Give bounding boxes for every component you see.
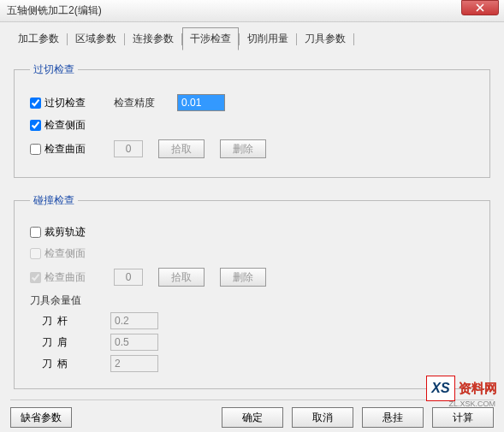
shoulder-label: 刀肩 [42,335,85,350]
trim-path-label: 裁剪轨迹 [44,225,86,240]
tab-region-params[interactable]: 区域参数 [68,27,124,50]
overcut-surface-count [114,140,143,157]
overcut-surface-label: 检查曲面 [44,142,86,157]
watermark-sub: ZL.XSK.COM [448,399,495,408]
collision-check-group: 碰撞检查 裁剪轨迹 检查侧面 检查曲面 拾取 删除 刀具余量值 刀杆 [14,193,490,389]
trim-path-checkbox[interactable]: 裁剪轨迹 [30,225,98,240]
precision-label: 检查精度 [114,96,162,110]
collision-pick-button[interactable]: 拾取 [158,268,205,287]
hang-button[interactable]: 悬挂 [362,407,424,428]
window-title: 五轴侧铣加工2(编辑) [7,3,102,18]
overcut-side-label: 检查侧面 [44,118,86,133]
collision-surface-label: 检查曲面 [44,270,86,285]
precision-input[interactable] [177,94,225,111]
holder-input[interactable] [110,355,158,372]
overcut-delete-button[interactable]: 删除 [220,139,266,158]
collision-surface-count [114,269,143,286]
tab-cutting-params[interactable]: 切削用量 [240,27,296,50]
collision-delete-button[interactable]: 删除 [220,268,266,287]
shank-input[interactable] [110,312,158,329]
collision-side-label: 检查侧面 [44,246,86,261]
collision-legend: 碰撞检查 [30,193,78,208]
tool-margin-heading: 刀具余量值 [30,293,474,308]
dialog-footer: 缺省参数 确定 取消 悬挂 计算 [10,399,494,431]
tab-connect-params[interactable]: 连接参数 [125,27,181,50]
collision-side-checkbox: 检查侧面 [30,246,98,261]
shank-label: 刀杆 [42,314,85,328]
tab-machining-params[interactable]: 加工参数 [10,27,67,50]
ok-button[interactable]: 确定 [222,407,283,428]
overcut-check-group: 过切检查 过切检查 检查精度 检查侧面 检查曲面 拾取 删除 [14,62,490,178]
overcut-side-checkbox[interactable]: 检查侧面 [30,118,98,133]
close-button[interactable] [461,0,499,15]
close-icon [476,3,484,12]
tab-bar: 加工参数 区域参数 连接参数 干涉检查 切削用量 刀具参数 [10,27,494,50]
shoulder-input[interactable] [110,334,158,351]
dialog-content: 加工参数 区域参数 连接参数 干涉检查 切削用量 刀具参数 过切检查 过切检查 … [0,22,504,432]
tab-tool-params[interactable]: 刀具参数 [297,27,353,50]
calc-button[interactable]: 计算 [432,407,494,428]
overcut-surface-checkbox[interactable]: 检查曲面 [30,142,98,157]
title-bar: 五轴侧铣加工2(编辑) [0,0,504,22]
collision-surface-checkbox: 检查曲面 [30,270,98,285]
overcut-check-label: 过切检查 [44,96,86,110]
default-params-button[interactable]: 缺省参数 [10,407,72,428]
overcut-pick-button[interactable]: 拾取 [158,139,205,158]
overcut-legend: 过切检查 [30,62,78,77]
holder-label: 刀柄 [42,357,85,371]
cancel-button[interactable]: 取消 [292,407,353,428]
tab-interference-check[interactable]: 干涉检查 [182,27,239,50]
overcut-check-checkbox[interactable]: 过切检查 [30,96,98,110]
